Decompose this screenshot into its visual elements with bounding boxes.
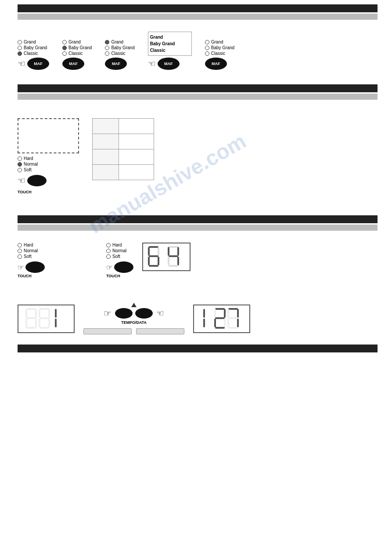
slider-bar-right[interactable]: [136, 328, 184, 334]
svg-rect-26: [48, 319, 50, 327]
radio-circle-soft-s3-1: [18, 254, 22, 259]
maf-button-2[interactable]: MAF: [62, 58, 84, 70]
svg-rect-16: [35, 309, 37, 318]
radio-soft[interactable]: Soft: [18, 167, 38, 172]
svg-rect-38: [215, 327, 225, 329]
svg-rect-33: [214, 309, 216, 318]
radio-classic-5[interactable]: Classic: [205, 51, 234, 56]
svg-rect-21: [40, 308, 49, 310]
maf-unit-2: Grand Baby Grand Classic MAF: [62, 40, 92, 70]
svg-rect-23: [48, 309, 50, 318]
tempo-oval-left[interactable]: [115, 308, 133, 319]
hand-icon-touch: ☞: [18, 175, 25, 186]
svg-rect-42: [228, 317, 238, 319]
table-row: [93, 165, 154, 180]
touch-button-s3-2[interactable]: [114, 261, 133, 273]
table-cell: [93, 119, 119, 134]
radio-hard-s3-2[interactable]: Hard: [106, 243, 133, 247]
display-left: [18, 305, 75, 333]
radio-hard[interactable]: Hard: [18, 156, 38, 161]
svg-rect-39: [228, 308, 238, 310]
radio-label-hard-s3-1: Hard: [24, 243, 33, 247]
svg-rect-18: [25, 319, 27, 327]
section2-header: [18, 84, 378, 92]
radio-babygrand-2[interactable]: Baby Grand: [62, 45, 92, 50]
svg-rect-41: [237, 309, 239, 318]
radio-grand-2[interactable]: Grand: [62, 40, 92, 44]
table-cell: [119, 134, 154, 149]
radio-circle-normal: [18, 162, 22, 167]
touch-button[interactable]: [27, 175, 47, 186]
radio-classic-1[interactable]: Classic: [18, 51, 47, 56]
radio-normal[interactable]: Normal: [18, 162, 38, 167]
grand-baby-classic-text: Grand Baby Grand Classic: [148, 32, 191, 55]
svg-rect-14: [26, 308, 36, 310]
radio-grand-3[interactable]: Grand: [105, 40, 134, 44]
svg-rect-5: [158, 257, 159, 265]
maf-button-3[interactable]: MAF: [105, 58, 127, 70]
tempo-oval-row: [115, 308, 153, 319]
radio-classic-2[interactable]: Classic: [62, 51, 92, 56]
touch-radio-display: Hard Normal Soft ☞ TOUCH: [106, 243, 133, 278]
radio-circle-grand-3: [105, 40, 109, 44]
hand-left-icon: ☞: [104, 308, 111, 319]
maf-button-4[interactable]: MAF: [158, 58, 180, 70]
radio-babygrand-5[interactable]: Baby Grand: [205, 45, 234, 50]
table-row: [93, 134, 154, 149]
maf-bottom-1: ☞ MAF: [18, 58, 49, 70]
seg-svg-left: [24, 307, 68, 331]
radio-circle-babygrand-5: [205, 46, 209, 50]
maf-unit-3: Grand Baby Grand Classic MAF: [105, 40, 134, 70]
hand-icon-s3-1: ☞: [18, 263, 24, 272]
slider-bars: [83, 328, 184, 334]
seven-seg-display-64: [142, 243, 191, 271]
radio-label-normal: Normal: [24, 162, 38, 167]
maf-button-5[interactable]: MAF: [205, 58, 227, 70]
touch-radio-group: Hard Normal Soft: [18, 156, 38, 172]
radio-normal-s3-2[interactable]: Normal: [106, 248, 133, 253]
tempo-ovals: [115, 303, 153, 319]
radio-grand-5[interactable]: Grand: [205, 40, 234, 44]
section1-header: [18, 4, 378, 12]
maf-bottom-2: MAF: [62, 58, 84, 70]
hand-icon-1: ☞: [18, 58, 25, 69]
touch-button-row: ☞: [18, 175, 79, 186]
radio-soft-s3-2[interactable]: Soft: [106, 254, 133, 259]
radio-hard-s3-1[interactable]: Hard: [18, 243, 38, 247]
table-cell: [93, 134, 119, 149]
svg-rect-40: [227, 309, 229, 318]
svg-rect-10: [169, 255, 178, 257]
radio-circle-classic-1: [18, 51, 22, 56]
radio-label-normal-s3-1: Normal: [24, 248, 38, 253]
svg-rect-37: [224, 319, 226, 327]
touch-button-row-s3-2: ☞: [106, 261, 133, 273]
radio-label-babygrand-1: Baby Grand: [24, 45, 47, 50]
table-cell: [119, 165, 154, 180]
touch-button-s3-1[interactable]: [25, 261, 45, 273]
svg-rect-44: [237, 319, 239, 327]
touch-label-s3-2: TOUCH: [106, 274, 133, 278]
radio-circle-hard-s3-1: [18, 243, 22, 247]
radio-classic-3[interactable]: Classic: [105, 51, 134, 56]
radio-normal-s3-1[interactable]: Normal: [18, 248, 38, 253]
radio-label-grand-1: Grand: [24, 40, 36, 44]
radio-babygrand-3[interactable]: Baby Grand: [105, 45, 134, 50]
touch-display-row: Hard Normal Soft ☞ TOUCH: [106, 243, 191, 278]
touch-table: [92, 118, 154, 180]
tempo-buttons-row: ☞ ☞: [104, 303, 164, 319]
radio-soft-s3-1[interactable]: Soft: [18, 254, 38, 259]
touch-unit-1: Hard Normal Soft ☞ TOUCH: [18, 243, 45, 278]
radio-circle-grand-1: [18, 40, 22, 44]
touch-table-container: [92, 118, 374, 194]
radio-babygrand-1[interactable]: Baby Grand: [18, 45, 47, 50]
slider-bar-left[interactable]: [83, 328, 132, 334]
svg-rect-29: [55, 319, 57, 327]
radio-label-soft-s3-2: Soft: [112, 254, 120, 259]
maf-button-1[interactable]: MAF: [27, 58, 49, 70]
svg-rect-0: [149, 246, 158, 248]
tempo-oval-right[interactable]: [135, 308, 153, 319]
table-cell: [93, 165, 119, 180]
section3-content: Hard Normal Soft ☞ TOUCH Hard: [0, 239, 392, 282]
radio-label-babygrand-5: Baby Grand: [211, 45, 234, 50]
radio-grand-1[interactable]: Grand: [18, 40, 47, 44]
